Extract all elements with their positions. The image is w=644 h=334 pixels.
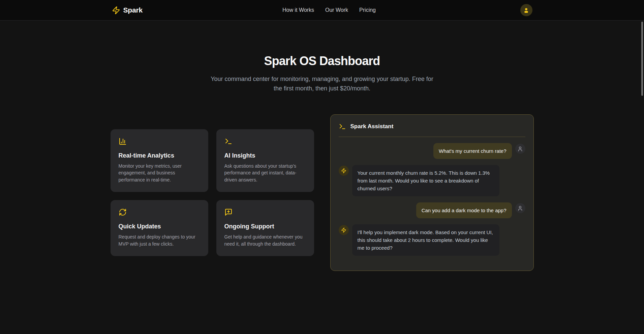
feature-card-ai-insights: AI Insights Ask questions about your sta… xyxy=(216,129,314,192)
user-avatar xyxy=(515,203,525,213)
nav-link-our-work[interactable]: Our Work xyxy=(325,7,348,13)
assistant-avatar xyxy=(339,225,349,235)
feature-card-quick-updates: Quick Updates Request and deploy changes… xyxy=(111,200,208,256)
page-title: Spark OS Dashboard xyxy=(0,54,644,68)
scrollbar-thumb[interactable] xyxy=(641,22,643,96)
chart-column-icon xyxy=(119,137,200,145)
feature-title: Quick Updates xyxy=(119,223,200,230)
brand-name: Spark xyxy=(123,6,143,14)
feature-description: Request and deploy changes to your MVP w… xyxy=(119,233,200,247)
user-icon xyxy=(517,146,523,152)
spark-assistant-panel: Spark Assistant What's my current churn … xyxy=(330,114,534,271)
feature-card-ongoing-support: Ongoing Support Get help and guidance wh… xyxy=(216,200,314,256)
assistant-message-bubble: I'll help you implement dark mode. Based… xyxy=(352,224,499,256)
nav-link-pricing[interactable]: Pricing xyxy=(359,7,376,13)
feature-title: AI Insights xyxy=(224,152,306,159)
nav-links: How it Works Our Work Pricing xyxy=(282,7,376,13)
nav-link-how-it-works[interactable]: How it Works xyxy=(282,7,314,13)
chat-message-user: What's my current churn rate? xyxy=(339,143,525,159)
navbar: Spark How it Works Our Work Pricing xyxy=(0,0,644,21)
assistant-avatar xyxy=(339,166,349,176)
zap-icon xyxy=(341,227,346,233)
features-grid: Real-time Analytics Monitor your key met… xyxy=(111,129,314,256)
user-icon xyxy=(523,7,529,13)
chat-message-assistant: I'll help you implement dark mode. Based… xyxy=(339,224,525,256)
assistant-panel-title: Spark Assistant xyxy=(350,123,394,130)
chat-message-user: Can you add a dark mode to the app? xyxy=(339,202,525,218)
refresh-icon xyxy=(119,208,200,216)
zap-icon xyxy=(112,6,120,15)
chat-message-assistant: Your current monthly churn rate is 5.2%.… xyxy=(339,165,525,196)
user-message-bubble: What's my current churn rate? xyxy=(433,143,512,159)
navbar-inner: Spark How it Works Our Work Pricing xyxy=(112,0,532,20)
account-avatar-button[interactable] xyxy=(520,4,532,16)
feature-card-real-time-analytics: Real-time Analytics Monitor your key met… xyxy=(111,129,208,192)
panel-divider xyxy=(339,137,525,137)
message-square-plus-icon xyxy=(224,208,306,216)
zap-icon xyxy=(341,168,346,173)
user-avatar xyxy=(515,144,525,154)
page-subtitle: Your command center for monitoring, mana… xyxy=(208,74,436,93)
assistant-panel-header: Spark Assistant xyxy=(339,123,525,130)
chat-messages: What's my current churn rate? Your curre… xyxy=(339,143,525,256)
terminal-icon xyxy=(339,123,346,130)
feature-description: Ask questions about your startup's perfo… xyxy=(224,163,306,184)
hero-section: Spark OS Dashboard Your command center f… xyxy=(0,21,644,93)
feature-title: Ongoing Support xyxy=(224,223,306,230)
user-icon xyxy=(517,205,523,211)
main-content: Real-time Analytics Monitor your key met… xyxy=(111,114,534,271)
assistant-message-bubble: Your current monthly churn rate is 5.2%.… xyxy=(352,165,499,196)
feature-title: Real-time Analytics xyxy=(119,152,200,159)
feature-description: Monitor your key metrics, user engagemen… xyxy=(119,163,200,184)
terminal-icon xyxy=(224,137,306,145)
brand-logo[interactable]: Spark xyxy=(112,6,143,15)
feature-description: Get help and guidance whenever you need … xyxy=(224,233,306,247)
user-message-bubble: Can you add a dark mode to the app? xyxy=(416,202,512,218)
